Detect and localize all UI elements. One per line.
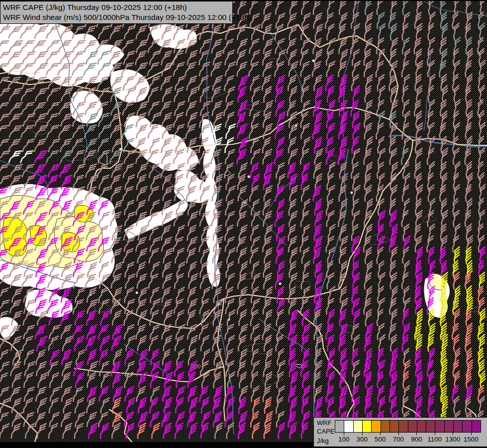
map-title-box: WRF CAPE (J/kg) Thursday 09-10-2025 12:0…	[0, 1, 233, 24]
legend-tick-value: 100	[338, 436, 350, 443]
legend-tick-mark	[471, 432, 472, 435]
legend-colorbar	[335, 420, 481, 433]
legend-tick-value: 700	[393, 436, 404, 443]
legend-color-cell	[335, 421, 344, 432]
cape-legend: WRF CAPE J/kg 10030050070090011001300150…	[313, 417, 487, 447]
legend-color-cell	[472, 421, 481, 432]
legend-color-cell	[363, 421, 372, 432]
legend-color-cell	[399, 421, 408, 432]
title-line-cape: WRF CAPE (J/kg) Thursday 09-10-2025 12:0…	[3, 2, 229, 12]
wrf-weather-map: 200200200 WRF CAPE (J/kg) Thursday 09-10…	[0, 0, 487, 448]
map-canvas: 200200200	[0, 0, 487, 448]
title-line-shear: WRF Wind shear (m/s) 500/1000hPa Thursda…	[3, 12, 229, 22]
legend-label-cape: CAPE	[317, 428, 334, 435]
legend-color-cell	[463, 421, 472, 432]
legend-color-cell	[435, 421, 444, 432]
legend-tick-value: 300	[357, 436, 368, 443]
legend-color-cell	[354, 421, 363, 432]
legend-color-cell	[426, 421, 435, 432]
legend-label-wrf: WRF	[317, 420, 332, 426]
legend-tick-value: 1100	[427, 436, 442, 443]
legend-color-cell	[372, 421, 381, 432]
legend-tick-mark	[380, 432, 381, 435]
legend-tick-mark	[398, 432, 399, 435]
legend-color-cell	[408, 421, 417, 432]
legend-tick-value: 1300	[445, 436, 460, 443]
legend-tick-mark	[344, 432, 344, 435]
legend-tick-value: 500	[375, 436, 386, 443]
legend-color-cell	[381, 421, 390, 432]
legend-color-cell	[344, 421, 353, 432]
legend-color-cell	[445, 421, 454, 432]
legend-tick-value: 1500	[464, 436, 479, 443]
legend-color-cell	[417, 421, 426, 432]
legend-tick-mark	[453, 432, 453, 435]
legend-tick-mark	[362, 432, 363, 435]
legend-color-cell	[454, 421, 463, 432]
legend-tick-value: 900	[411, 436, 422, 443]
legend-label-unit: J/kg	[317, 438, 329, 444]
legend-tick-mark	[416, 432, 417, 435]
legend-tick-mark	[435, 432, 435, 435]
legend-color-cell	[390, 421, 399, 432]
